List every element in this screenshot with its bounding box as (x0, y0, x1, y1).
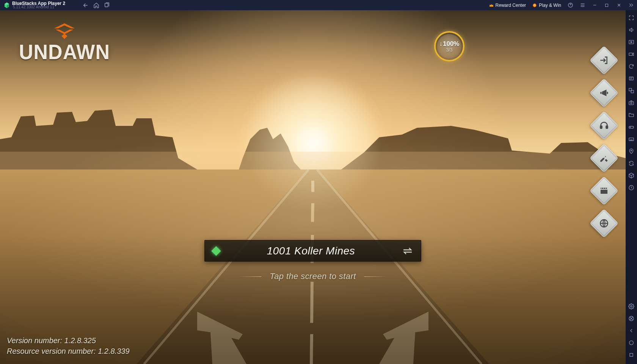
help-button[interactable] (564, 0, 576, 10)
region-button[interactable] (594, 213, 614, 234)
version-label: Version number: (7, 336, 62, 345)
gamepad-icon[interactable] (626, 122, 637, 132)
play-win-label: Play & Win (539, 3, 561, 8)
minimize-button[interactable] (588, 0, 601, 10)
volume-icon[interactable] (626, 25, 637, 35)
record-icon[interactable] (626, 49, 637, 60)
logout-button[interactable] (594, 50, 614, 71)
svg-rect-7 (629, 77, 634, 80)
trim-memory-icon[interactable] (626, 313, 637, 324)
svg-rect-12 (629, 126, 634, 128)
svg-rect-6 (629, 53, 632, 56)
svg-point-11 (631, 102, 632, 104)
download-percent: 100% (443, 40, 459, 48)
announce-button[interactable] (594, 83, 614, 103)
svg-rect-19 (630, 353, 633, 356)
server-select-button[interactable]: 1001 Koller Mines (204, 240, 421, 262)
collapse-sidebar-button[interactable] (625, 0, 637, 10)
game-viewport[interactable]: UNDAWN ↓100% 3/3 1001 Koller Mines Tap t… (0, 10, 626, 364)
server-status-icon (211, 246, 221, 256)
svg-rect-10 (629, 102, 634, 105)
tools-icon (594, 148, 614, 168)
resource-value: 1.2.8.339 (98, 347, 129, 355)
maximize-button[interactable] (601, 0, 613, 10)
game-logo-text: UNDAWN (19, 40, 110, 64)
close-button[interactable] (613, 0, 625, 10)
multi-instance-icon[interactable] (626, 85, 637, 96)
rotate-icon[interactable] (626, 158, 637, 169)
game-emblem-icon (50, 22, 79, 40)
reward-center-button[interactable]: Reward Center (486, 0, 529, 10)
playback-icon[interactable] (626, 37, 637, 47)
svg-rect-20 (600, 126, 602, 129)
package-icon[interactable] (626, 170, 637, 181)
svg-rect-13 (629, 138, 634, 141)
logout-icon (594, 50, 614, 71)
settings-icon[interactable] (626, 301, 637, 312)
hamburger-button[interactable] (576, 0, 588, 10)
nav-home-button[interactable] (91, 0, 102, 10)
version-info: Version number: 1.2.8.325 Resource versi… (7, 335, 130, 356)
nav-back-button[interactable] (80, 0, 91, 10)
svg-point-18 (629, 341, 634, 345)
sidebar-home-icon[interactable] (626, 337, 637, 348)
emulator-titlebar: BlueStacks App Player 2 5.11.42.1002 And… (0, 0, 637, 10)
support-button[interactable] (594, 115, 614, 136)
repair-button[interactable] (594, 148, 614, 168)
resource-label: Resource version number: (7, 347, 96, 355)
clapper-icon (594, 180, 614, 201)
emulator-sidebar (626, 10, 637, 364)
sidebar-back-icon[interactable] (626, 325, 637, 336)
crown-icon (489, 3, 494, 8)
macro-icon[interactable] (626, 73, 637, 84)
coin-icon (532, 3, 537, 8)
nav-recents-button[interactable] (102, 0, 112, 10)
tap-to-start[interactable]: Tap the screen to start (238, 271, 387, 281)
globe-icon (594, 213, 614, 234)
svg-point-14 (631, 150, 632, 151)
app-subtitle: 5.11.42.1002 Android 11 (13, 5, 65, 9)
screenshot-icon[interactable] (626, 97, 637, 108)
location-icon[interactable] (626, 146, 637, 157)
rule-left (238, 276, 261, 277)
download-arrow-icon: ↓ (439, 40, 443, 48)
tap-text: Tap the screen to start (270, 271, 356, 281)
play-win-button[interactable]: Play & Win (529, 0, 564, 10)
fullscreen-icon[interactable] (626, 13, 637, 23)
svg-rect-4 (606, 4, 608, 6)
svg-point-16 (631, 306, 632, 307)
svg-point-2 (533, 4, 536, 6)
svg-rect-0 (105, 3, 108, 6)
sync-icon[interactable] (626, 61, 637, 72)
keymap-icon[interactable] (626, 134, 637, 144)
swap-icon (394, 247, 421, 255)
media-button[interactable] (594, 180, 614, 201)
game-logo: UNDAWN (19, 22, 110, 63)
game-side-menu (594, 50, 614, 234)
history-icon[interactable] (626, 182, 637, 193)
version-value: 1.2.8.325 (64, 336, 96, 345)
svg-rect-21 (606, 126, 607, 129)
megaphone-icon (594, 83, 614, 103)
download-fraction: 3/3 (446, 47, 453, 53)
download-progress[interactable]: ↓100% 3/3 (434, 31, 464, 61)
server-name: 1001 Koller Mines (228, 245, 394, 257)
sidebar-recents-icon[interactable] (626, 350, 637, 360)
reward-center-label: Reward Center (496, 3, 526, 8)
headset-icon (594, 115, 614, 136)
bluestacks-logo-icon (3, 2, 11, 9)
folder-icon[interactable] (626, 110, 637, 120)
rule-right (364, 276, 387, 277)
